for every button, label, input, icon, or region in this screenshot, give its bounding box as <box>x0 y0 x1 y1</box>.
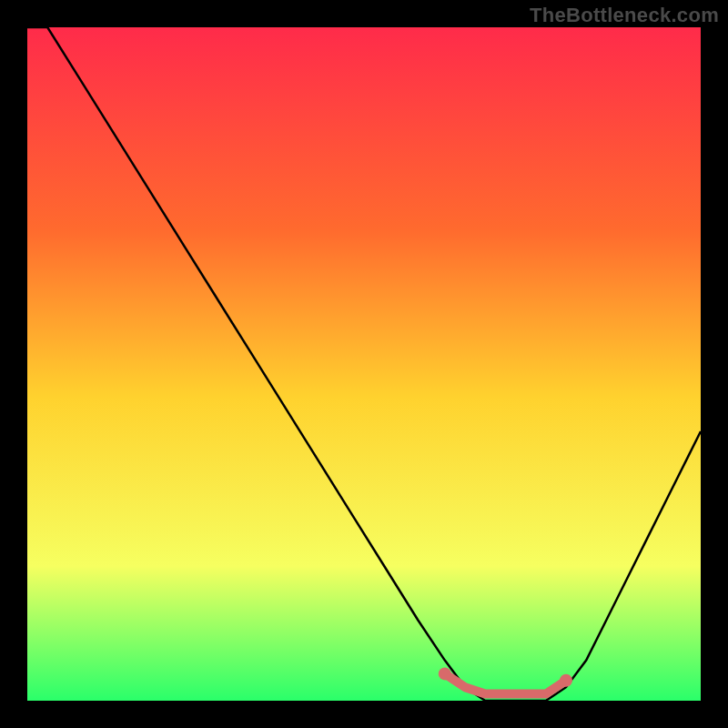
gradient-background <box>27 27 701 701</box>
chart-wrapper: TheBottleneck.com <box>0 0 728 728</box>
accent-dot <box>439 667 451 680</box>
accent-dot <box>560 674 572 687</box>
bottleneck-chart <box>27 27 701 701</box>
watermark-text: TheBottleneck.com <box>530 4 719 27</box>
plot-area <box>27 27 701 701</box>
